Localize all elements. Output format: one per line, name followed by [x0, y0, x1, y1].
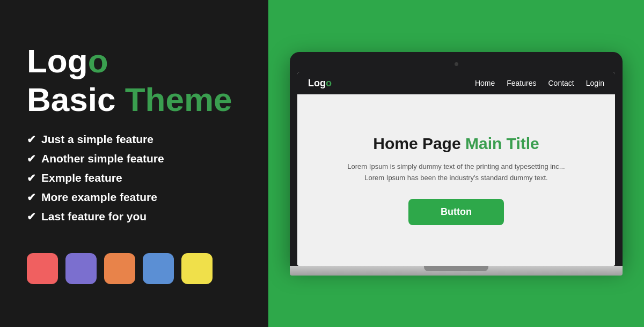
feature-label: Just a simple feature	[41, 133, 153, 146]
checkmark-icon: ✔	[27, 133, 36, 146]
hero-title: Home Page Main Title	[373, 135, 539, 153]
nav-login[interactable]: Login	[586, 79, 604, 87]
checkmark-icon: ✔	[27, 191, 36, 204]
list-item: ✔ Exmple feature	[27, 172, 241, 184]
checkmark-icon: ✔	[27, 172, 36, 184]
hero-title-green: Main Title	[465, 135, 539, 152]
list-item: ✔ Last feature for you	[27, 210, 241, 223]
left-panel: Logo Basic Theme ✔ Just a simple feature…	[0, 0, 268, 327]
orange-swatch[interactable]	[104, 253, 135, 284]
feature-label: Exmple feature	[41, 172, 122, 184]
feature-list: ✔ Just a simple feature ✔ Another simple…	[27, 133, 241, 229]
camera-dot	[455, 62, 458, 66]
browser-nav-links: Home Features Contact Login	[475, 79, 604, 87]
camera-bar	[297, 60, 615, 69]
list-item: ✔ Just a simple feature	[27, 133, 241, 146]
laptop-notch	[424, 266, 488, 271]
hero-description: Lorem Ipsum is simply dummy text of the …	[343, 161, 569, 184]
checkmark-icon: ✔	[27, 210, 36, 223]
tagline-heading: Basic Theme	[27, 81, 241, 118]
nav-contact[interactable]: Contact	[548, 79, 574, 87]
logo-heading: Logo	[27, 43, 241, 79]
hero-title-black: Home Page	[373, 135, 465, 152]
laptop-base	[290, 266, 623, 276]
tagline-theme: Theme	[125, 81, 232, 118]
browser-logo: Logo	[308, 78, 332, 89]
browser-navbar: Logo Home Features Contact Login	[297, 72, 615, 94]
color-swatches	[27, 253, 241, 284]
nav-home[interactable]: Home	[475, 79, 495, 87]
yellow-swatch[interactable]	[181, 253, 213, 284]
feature-label: Another simple feature	[41, 152, 164, 165]
list-item: ✔ More example feature	[27, 191, 241, 204]
list-item: ✔ Another simple feature	[27, 152, 241, 165]
feature-label: Last feature for you	[41, 210, 147, 223]
website-content: Home Page Main Title Lorem Ipsum is simp…	[297, 94, 615, 266]
right-panel: Logo Home Features Contact Login Home Pa…	[268, 0, 644, 327]
laptop-outer: Logo Home Features Contact Login Home Pa…	[290, 52, 623, 266]
laptop-screen: Logo Home Features Contact Login Home Pa…	[297, 72, 615, 266]
logo-green-o: o	[88, 42, 108, 79]
laptop-mockup: Logo Home Features Contact Login Home Pa…	[290, 52, 623, 276]
browser-logo-green: o	[326, 78, 332, 88]
feature-label: More example feature	[41, 191, 157, 204]
nav-features[interactable]: Features	[507, 79, 536, 87]
blue-swatch[interactable]	[143, 253, 174, 284]
hero-button[interactable]: Button	[408, 199, 504, 225]
red-swatch[interactable]	[27, 253, 58, 284]
purple-swatch[interactable]	[65, 253, 97, 284]
tagline-basic: Basic	[27, 81, 125, 118]
checkmark-icon: ✔	[27, 152, 36, 165]
